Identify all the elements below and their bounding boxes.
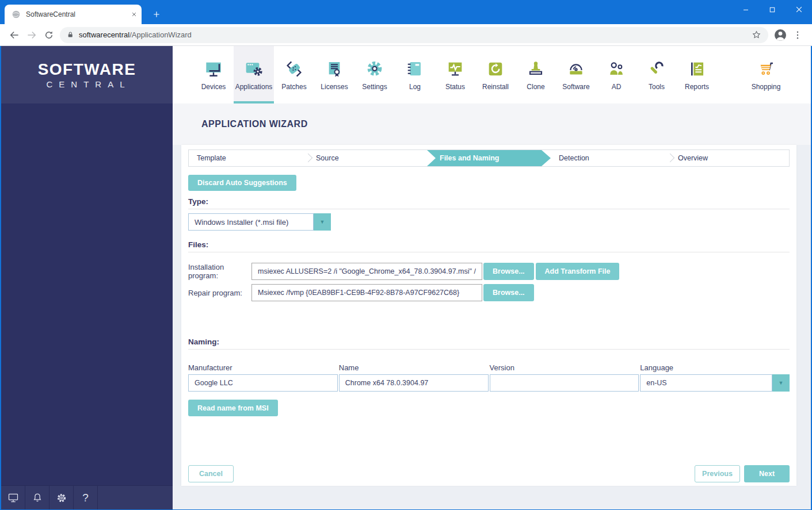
nav-label: Patches bbox=[281, 83, 306, 91]
settings-icon bbox=[364, 58, 385, 80]
lock-icon bbox=[67, 31, 74, 39]
logo-line1: SOFTWARE bbox=[38, 60, 136, 79]
bell-icon[interactable] bbox=[25, 486, 49, 509]
footer-spacer bbox=[234, 465, 695, 482]
monitor-icon[interactable] bbox=[1, 486, 25, 509]
previous-button[interactable]: Previous bbox=[695, 465, 740, 482]
ad-icon bbox=[606, 58, 627, 80]
step-source[interactable]: Source bbox=[308, 150, 427, 166]
nav-item-shopping[interactable]: Shopping bbox=[746, 46, 786, 103]
address-bar[interactable]: softwarecentral/ApplicationWizard bbox=[60, 27, 768, 43]
minimize-button[interactable] bbox=[733, 0, 759, 19]
divider bbox=[188, 252, 790, 252]
name-input[interactable] bbox=[339, 374, 489, 392]
repair-program-row: Repair program: Browse... bbox=[188, 284, 790, 301]
naming-section-label: Naming: bbox=[188, 338, 790, 346]
manufacturer-field: Manufacturer bbox=[188, 363, 338, 392]
version-label: Version bbox=[490, 363, 639, 372]
tab-close-icon[interactable] bbox=[131, 11, 137, 17]
chevron-down-icon[interactable]: ▼ bbox=[314, 213, 331, 231]
language-dropdown[interactable]: ▼ bbox=[640, 374, 790, 392]
log-icon bbox=[405, 58, 425, 80]
nav-item-patches[interactable]: Patches bbox=[274, 46, 314, 103]
repair-program-input[interactable] bbox=[251, 284, 482, 301]
nav-item-ad[interactable]: AD bbox=[596, 46, 636, 103]
browser-tab[interactable]: SoftwareCentral bbox=[5, 5, 142, 24]
app-root: SOFTWARE CENTRAL ? bbox=[0, 46, 812, 509]
url-path: /ApplicationWizard bbox=[129, 30, 192, 39]
repair-program-label: Repair program: bbox=[188, 289, 251, 297]
nav-item-settings[interactable]: Settings bbox=[354, 46, 395, 103]
sidebar: SOFTWARE CENTRAL ? bbox=[1, 46, 173, 509]
reports-icon bbox=[687, 58, 707, 80]
nav-label: AD bbox=[612, 83, 622, 91]
applications-icon bbox=[243, 58, 264, 80]
back-icon[interactable] bbox=[6, 26, 23, 44]
nav-item-applications[interactable]: Applications bbox=[234, 46, 274, 103]
close-button[interactable] bbox=[786, 0, 812, 19]
type-section-label: Type: bbox=[188, 197, 790, 206]
installation-program-input[interactable] bbox=[251, 263, 482, 280]
sidebar-footer: ? bbox=[1, 485, 173, 509]
language-label: Language bbox=[640, 363, 790, 372]
nav-label: Status bbox=[445, 83, 465, 91]
nav-item-licenses[interactable]: Licenses bbox=[314, 46, 354, 103]
nav-item-devices[interactable]: Devices bbox=[193, 46, 234, 103]
new-tab-button[interactable] bbox=[148, 6, 165, 22]
read-name-from-msi-button[interactable]: Read name from MSI bbox=[188, 400, 278, 416]
language-input[interactable] bbox=[640, 374, 772, 392]
help-glyph: ? bbox=[82, 492, 89, 504]
top-navigation: Devices Applications Patches bbox=[173, 46, 811, 103]
step-detection[interactable]: Detection bbox=[542, 150, 670, 166]
type-dropdown-value: Windows Installer (*.msi file) bbox=[188, 213, 314, 231]
add-transform-file-button[interactable]: Add Transform File bbox=[536, 263, 620, 280]
browser-menu-icon[interactable] bbox=[789, 26, 806, 44]
nav-item-software[interactable]: Software bbox=[556, 46, 596, 103]
step-overview[interactable]: Overview bbox=[670, 150, 789, 166]
step-files-and-naming[interactable]: Files and Naming bbox=[427, 150, 551, 166]
cancel-button[interactable]: Cancel bbox=[188, 465, 234, 482]
version-input[interactable] bbox=[490, 374, 639, 392]
divider bbox=[188, 349, 790, 350]
nav-item-reinstall[interactable]: Reinstall bbox=[475, 46, 516, 103]
browse-repair-button[interactable]: Browse... bbox=[483, 284, 534, 301]
logo-line2: CENTRAL bbox=[43, 79, 131, 89]
reload-icon[interactable] bbox=[40, 26, 58, 44]
shopping-icon bbox=[756, 58, 776, 80]
softwarecentral-logo: SOFTWARE CENTRAL bbox=[1, 46, 173, 103]
devices-icon bbox=[203, 58, 224, 80]
nav-label: Software bbox=[562, 83, 589, 91]
wizard-footer: Cancel Previous Next bbox=[188, 465, 790, 482]
installation-program-row: Installation program: Browse... Add Tran… bbox=[188, 263, 790, 280]
nav-item-status[interactable]: Status bbox=[435, 46, 475, 103]
name-field: Name bbox=[339, 363, 489, 392]
gear-icon[interactable] bbox=[49, 486, 74, 509]
step-template[interactable]: Template bbox=[189, 150, 308, 166]
browse-installation-button[interactable]: Browse... bbox=[483, 263, 534, 280]
chevron-down-icon[interactable]: ▼ bbox=[772, 374, 790, 392]
nav-item-reports[interactable]: Reports bbox=[677, 46, 717, 103]
nav-label: Shopping bbox=[752, 83, 781, 91]
next-button[interactable]: Next bbox=[744, 465, 790, 482]
nav-item-clone[interactable]: Clone bbox=[516, 46, 556, 103]
window-controls bbox=[733, 0, 812, 19]
browser-window: SoftwareCentral bbox=[0, 0, 812, 510]
profile-avatar-icon[interactable] bbox=[772, 26, 789, 44]
manufacturer-input[interactable] bbox=[188, 374, 338, 392]
reinstall-icon bbox=[485, 58, 506, 80]
status-icon bbox=[445, 58, 466, 80]
nav-item-tools[interactable]: Tools bbox=[636, 46, 677, 103]
forward-icon[interactable] bbox=[23, 26, 40, 44]
bookmark-star-icon[interactable] bbox=[752, 30, 761, 40]
discard-auto-suggestions-button[interactable]: Discard Auto Suggestions bbox=[188, 175, 296, 191]
nav-label: Applications bbox=[235, 83, 273, 91]
type-dropdown[interactable]: Windows Installer (*.msi file) ▼ bbox=[188, 213, 790, 231]
name-label: Name bbox=[339, 363, 489, 372]
nav-item-log[interactable]: Log bbox=[395, 46, 435, 103]
version-field: Version bbox=[490, 363, 639, 392]
language-field: Language ▼ bbox=[640, 363, 790, 392]
nav-label: Reports bbox=[685, 83, 709, 91]
help-icon[interactable]: ? bbox=[74, 486, 98, 509]
maximize-button[interactable] bbox=[759, 0, 786, 19]
browser-toolbar: softwarecentral/ApplicationWizard bbox=[0, 24, 812, 46]
